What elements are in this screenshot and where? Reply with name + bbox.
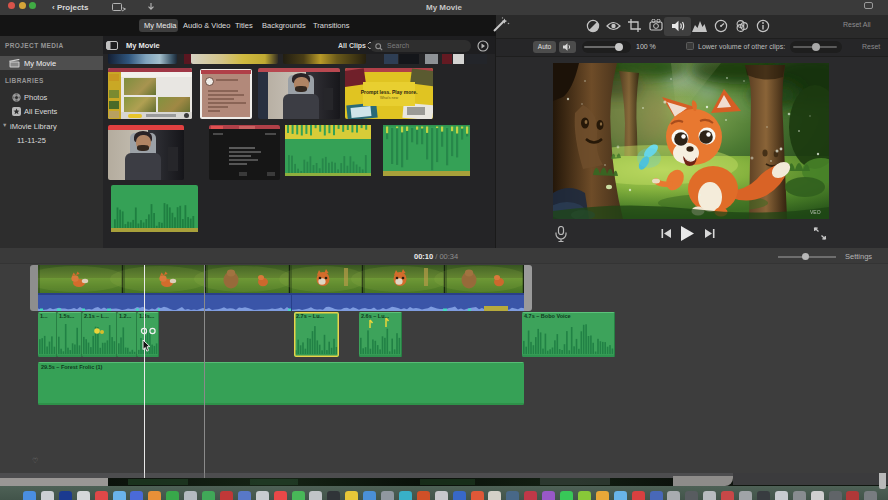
svg-text:VEO: VEO [810, 209, 821, 215]
